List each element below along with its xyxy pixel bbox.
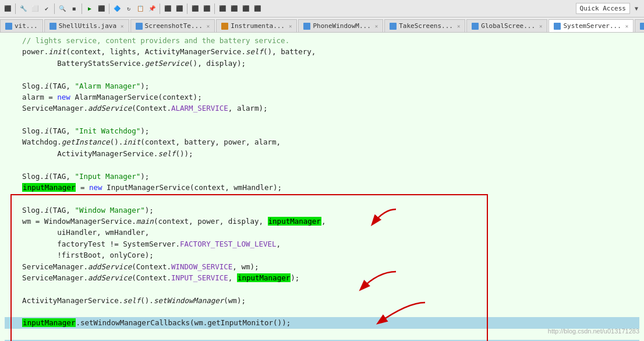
tab-label-globalscree: GlobalScree...: [481, 22, 535, 30]
tab-icon-inputmanag: [640, 23, 644, 30]
toolbar-icon-1[interactable]: ⬛: [2, 3, 13, 14]
tab-label-screenshot: ScreenshotTe...: [145, 22, 203, 30]
tab-icon-screenshot: [136, 23, 143, 30]
sep5: [160, 3, 160, 14]
sep1: [15, 3, 16, 14]
toolbar-icon-14[interactable]: ⬛: [190, 3, 200, 14]
tab-bar: vit... ShellUtils.java ✕ ScreenshotTe...…: [0, 17, 644, 33]
toolbar-icon-6[interactable]: ◼: [69, 3, 79, 14]
toolbar-icon-4[interactable]: ✔: [41, 3, 52, 14]
tab-label-takescreens: TakeScreens...: [399, 22, 453, 30]
tab-vit[interactable]: vit...: [0, 19, 43, 32]
tab-phonewindow[interactable]: PhoneWindowM... ✕: [298, 19, 383, 32]
tab-close-shellutils[interactable]: ✕: [121, 23, 123, 29]
toolbar-icon-5[interactable]: 🔍: [57, 3, 68, 14]
code-content: // lights service, content providers and…: [5, 35, 639, 341]
toolbar-icon-15[interactable]: ⬛: [201, 3, 212, 14]
tab-close-screenshot[interactable]: ✕: [207, 23, 210, 29]
toolbar-icon-17[interactable]: ⬛: [229, 3, 239, 14]
tab-icon-vit: [5, 23, 12, 30]
tab-instrumentation[interactable]: Instrumenta... ✕: [216, 19, 297, 32]
code-editor[interactable]: // lights service, content providers and…: [0, 33, 644, 341]
tab-shellutils[interactable]: ShellUtils.java ✕: [44, 19, 129, 32]
toolbar-icon-run[interactable]: ▶: [84, 3, 95, 14]
toolbar-icon-13[interactable]: ⬛: [174, 3, 185, 14]
tab-label-systemserver: SystemServer...: [563, 22, 621, 30]
toolbar-icon-8[interactable]: 🔷: [112, 3, 122, 14]
toolbar-overflow-btn[interactable]: ▼: [631, 3, 642, 14]
tab-screenshot[interactable]: ScreenshotTe... ✕: [130, 19, 215, 32]
tab-icon-globalscree: [472, 23, 479, 30]
tab-close-globalscree[interactable]: ✕: [539, 23, 542, 29]
tab-label-phonewindow: PhoneWindowM...: [313, 22, 370, 30]
tab-icon-shellutils: [49, 23, 56, 30]
toolbar-icon-12[interactable]: ⬛: [162, 3, 173, 14]
tab-systemserver[interactable]: SystemServer... ✕: [549, 19, 634, 33]
tab-icon-phonewindow: [303, 23, 310, 30]
sep4: [109, 3, 109, 14]
toolbar-icon-7[interactable]: ⬛: [96, 3, 107, 14]
sep6: [187, 3, 187, 14]
tab-label-vit: vit...: [15, 22, 38, 30]
toolbar-icon-2[interactable]: 🔧: [18, 3, 29, 14]
toolbar-icon-18[interactable]: ⬛: [240, 3, 251, 14]
quick-access-input[interactable]: Quick Access: [576, 3, 630, 14]
sep3: [82, 3, 82, 14]
toolbar-icon-16[interactable]: ⬛: [217, 3, 228, 14]
tab-close-takescreens[interactable]: ✕: [457, 23, 460, 29]
tab-inputmanag[interactable]: InputManag... ✕: [635, 19, 644, 32]
sep7: [214, 3, 215, 14]
tab-takescreens[interactable]: TakeScreens... ✕: [384, 19, 465, 32]
toolbar-icon-19[interactable]: ⬛: [252, 3, 263, 14]
toolbar-icon-10[interactable]: 📋: [135, 3, 146, 14]
tab-close-phonewindow[interactable]: ✕: [375, 23, 378, 29]
tab-icon-takescreens: [390, 23, 397, 30]
toolbar-icon-9[interactable]: ↻: [123, 3, 134, 14]
tab-label-shellutils: ShellUtils.java: [59, 22, 116, 30]
toolbar-icon-3[interactable]: ⬜: [30, 3, 40, 14]
tab-globalscree[interactable]: GlobalScree... ✕: [466, 19, 547, 32]
tab-icon-instrumentation: [221, 23, 228, 30]
main-toolbar: ⬛ 🔧 ⬜ ✔ 🔍 ◼ ▶ ⬛ 🔷 ↻ 📋 📌 ⬛ ⬛ ⬛ ⬛ ⬛ ⬛ ⬛ ⬛ …: [0, 0, 644, 17]
tab-icon-systemserver: [554, 23, 561, 30]
tab-label-instrumentation: Instrumenta...: [231, 22, 285, 30]
toolbar-icon-11[interactable]: 📌: [147, 3, 157, 14]
tab-close-systemserver[interactable]: ✕: [625, 23, 628, 29]
sep2: [54, 3, 55, 14]
tab-close-instrumentation[interactable]: ✕: [289, 23, 292, 29]
